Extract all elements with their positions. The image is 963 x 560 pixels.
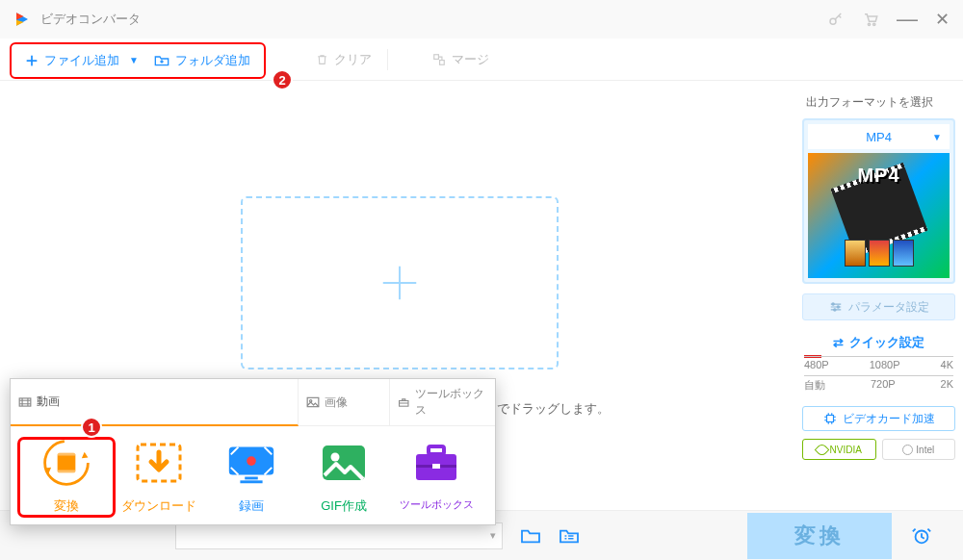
add-folder-button[interactable]: フォルダ追加	[143, 52, 256, 69]
format-thumbnail: MP4	[808, 153, 950, 278]
format-thumb-label: MP4	[857, 165, 899, 187]
svg-rect-21	[240, 480, 262, 483]
intel-badge: Intel	[882, 439, 956, 460]
minimize-icon[interactable]: —	[897, 7, 918, 32]
tab-toolbox[interactable]: ツールボックス	[390, 379, 495, 426]
sliders-h-icon: ⇄	[833, 336, 844, 350]
download-icon	[132, 440, 186, 486]
feature-convert-label: 変換	[54, 497, 79, 515]
output-format-title: 出力フォーマットを選択	[806, 94, 955, 111]
film-icon	[18, 396, 32, 408]
merge-icon	[432, 53, 446, 66]
close-icon[interactable]: ✕	[935, 9, 950, 30]
quick-row-2[interactable]: 自動 720P 2K	[804, 378, 953, 393]
svg-rect-27	[429, 446, 444, 454]
annotation-badge-1: 1	[81, 417, 102, 438]
svg-rect-15	[58, 453, 76, 473]
svg-rect-3	[434, 54, 439, 59]
svg-point-6	[837, 306, 839, 308]
svg-point-0	[830, 18, 836, 24]
svg-rect-17	[58, 470, 76, 472]
alarm-icon[interactable]	[911, 525, 932, 547]
dropzone[interactable]	[241, 196, 559, 369]
chevron-down-icon: ▼	[932, 132, 942, 142]
feature-tabs-popup: 動画 画像 ツールボックス 1 変換 ダウンロード	[10, 378, 496, 525]
image-icon	[306, 396, 320, 408]
svg-rect-28	[432, 464, 440, 469]
feature-toolbox-label: ツールボックス	[400, 497, 474, 512]
add-folder-label: フォルダ追加	[175, 52, 250, 69]
svg-point-1	[868, 23, 870, 25]
add-group-highlight: ファイル追加 ▼ フォルダ追加	[10, 42, 266, 79]
add-file-dropdown[interactable]: ▼	[129, 55, 139, 65]
feature-download-label: ダウンロード	[121, 497, 196, 515]
record-icon	[224, 440, 278, 486]
cart-icon[interactable]	[862, 11, 879, 28]
trash-icon	[316, 53, 328, 66]
format-selector: MP4 ▼ MP4	[802, 118, 955, 284]
folder-plus-icon	[154, 54, 169, 67]
feature-convert[interactable]: 変換	[20, 440, 113, 515]
tab-video[interactable]: 動画	[11, 379, 299, 426]
clear-button[interactable]: クリア	[310, 51, 377, 68]
toolbox-large-icon	[409, 440, 463, 486]
convert-button[interactable]: 変換	[747, 513, 892, 559]
format-dropdown[interactable]: MP4 ▼	[808, 124, 950, 149]
parameter-settings-label: パラメータ設定	[848, 299, 929, 316]
svg-point-2	[873, 23, 875, 25]
intel-circle-icon	[902, 445, 913, 455]
svg-point-24	[331, 453, 340, 462]
convert-icon	[39, 440, 93, 486]
app-logo-icon	[13, 11, 31, 28]
add-file-button[interactable]: ファイル追加	[19, 52, 125, 69]
feature-tabs-body: 1 変換 ダウンロード 録画 GIF作成	[11, 426, 495, 524]
svg-rect-16	[58, 453, 76, 456]
feature-record[interactable]: 録画	[205, 440, 298, 515]
nvidia-eye-icon	[814, 442, 829, 457]
toolbar-separator	[387, 49, 388, 70]
format-value: MP4	[866, 130, 892, 144]
svg-point-7	[833, 309, 835, 311]
key-icon[interactable]	[827, 11, 845, 28]
brand-row: NVIDIA Intel	[802, 439, 955, 460]
titlebar: ビデオコンバータ — ✕	[0, 0, 963, 38]
feature-toolbox[interactable]: ツールボックス	[390, 440, 482, 515]
clear-label: クリア	[334, 51, 372, 68]
sidebar: 出力フォーマットを選択 MP4 ▼ MP4 パラメータ設定 ⇄ クイック設定 4…	[794, 81, 963, 460]
svg-point-22	[247, 456, 256, 466]
plus-large-icon	[377, 261, 422, 305]
feature-download[interactable]: ダウンロード	[113, 440, 205, 515]
nvidia-badge: NVIDIA	[802, 439, 876, 460]
quick-settings-title: ⇄ クイック設定	[802, 334, 955, 351]
plus-icon	[25, 54, 39, 67]
output-path-dropdown[interactable]: ▾	[175, 522, 503, 549]
video-card-accel-button[interactable]: ビデオカード加速	[802, 406, 955, 431]
svg-rect-4	[439, 60, 444, 64]
quick-settings: ⇄ クイック設定 480P 1080P 4K 自動 720P 2K	[802, 334, 955, 393]
add-file-label: ファイル追加	[44, 52, 119, 69]
quick-row-1[interactable]: 480P 1080P 4K	[804, 359, 953, 370]
gif-icon	[317, 440, 371, 486]
toolbar: ファイル追加 ▼ フォルダ追加 クリア マージ	[0, 38, 963, 81]
chip-icon	[823, 412, 837, 425]
feature-gif[interactable]: GIF作成	[298, 440, 390, 515]
list-folder-icon[interactable]	[559, 527, 580, 545]
parameter-settings-button[interactable]: パラメータ設定	[802, 293, 955, 320]
feature-record-label: 録画	[239, 497, 264, 515]
feature-gif-label: GIF作成	[321, 497, 367, 515]
sliders-icon	[829, 301, 843, 313]
svg-rect-20	[245, 476, 258, 479]
app-title: ビデオコンバータ	[40, 11, 141, 28]
toolbox-icon	[398, 396, 410, 408]
video-card-label: ビデオカード加速	[843, 411, 935, 427]
svg-rect-10	[19, 397, 31, 405]
tab-image[interactable]: 画像	[299, 379, 391, 426]
merge-button[interactable]: マージ	[427, 51, 495, 68]
open-folder-icon[interactable]	[520, 527, 541, 545]
merge-label: マージ	[452, 51, 489, 68]
svg-rect-8	[826, 416, 833, 422]
svg-point-5	[831, 303, 833, 305]
